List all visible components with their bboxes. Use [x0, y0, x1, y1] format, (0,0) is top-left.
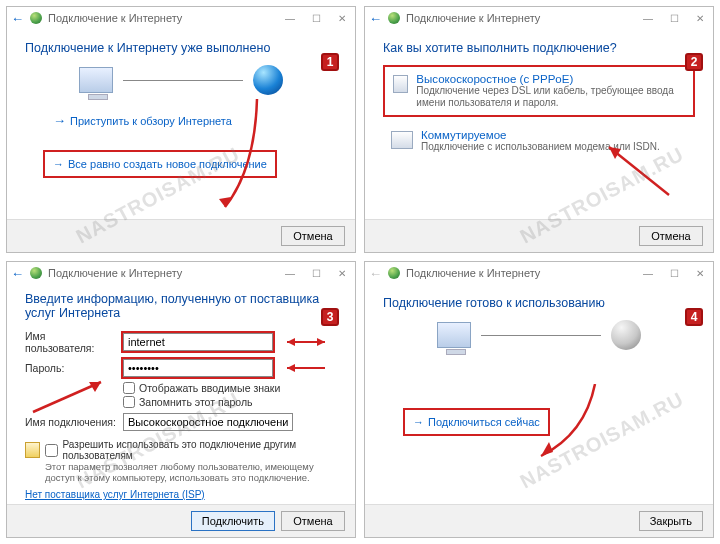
titlebar: ← Подключение к Интернету — ☐ ✕	[365, 7, 713, 29]
annotation-arrow	[279, 363, 329, 373]
step-badge: 3	[321, 308, 339, 326]
globe-icon	[388, 12, 400, 24]
page-heading: Как вы хотите выполнить подключение?	[383, 41, 695, 55]
cancel-button[interactable]: Отмена	[639, 226, 703, 246]
row-password: Пароль:	[25, 359, 337, 377]
titlebar: ← Подключение к Интернету — ☐ ✕	[7, 7, 355, 29]
svg-marker-0	[219, 197, 231, 207]
create-new-connection-link[interactable]: → Все равно создать новое подключение	[43, 150, 277, 178]
svg-marker-3	[287, 338, 295, 346]
maximize-icon[interactable]: ☐	[665, 13, 683, 24]
label-password: Пароль:	[25, 362, 117, 374]
annotation-arrow	[31, 376, 111, 416]
option-pppoe[interactable]: Высокоскоростное (с PPPoE) Подключение ч…	[383, 65, 695, 117]
dialog-footer: Подключить Отмена	[7, 504, 355, 537]
titlebar: ← Подключение к Интернету — ☐ ✕	[7, 262, 355, 284]
option-description: Подключение через DSL или кабель, требую…	[416, 85, 685, 109]
step-badge: 4	[685, 308, 703, 326]
cancel-button[interactable]: Отмена	[281, 226, 345, 246]
modem-icon	[393, 75, 408, 93]
option-dialup[interactable]: Коммутируемое Подключение с использовани…	[383, 123, 695, 159]
dialog-footer: Отмена	[7, 219, 355, 252]
minimize-icon[interactable]: —	[281, 268, 299, 279]
connect-button[interactable]: Подключить	[191, 511, 275, 531]
window-title: Подключение к Интернету	[48, 267, 182, 279]
step-badge: 1	[321, 53, 339, 71]
option-title: Коммутируемое	[421, 129, 660, 141]
computer-icon	[79, 67, 113, 93]
browse-internet-link[interactable]: → Приступить к обзору Интернета	[53, 113, 337, 128]
titlebar: ← Подключение к Интернету — ☐ ✕	[365, 262, 713, 284]
back-icon[interactable]: ←	[11, 11, 24, 26]
dialog-footer: Отмена	[365, 219, 713, 252]
arrow-right-icon: →	[53, 113, 66, 128]
page-heading: Введите информацию, полученную от постав…	[25, 292, 337, 320]
computer-icon	[437, 322, 471, 348]
maximize-icon[interactable]: ☐	[307, 268, 325, 279]
row-conn-name: Имя подключения:	[25, 413, 337, 431]
no-isp-link[interactable]: Нет поставщика услуг Интернета (ISP)	[25, 489, 337, 500]
checkbox-input[interactable]	[45, 444, 58, 457]
label-conn-name: Имя подключения:	[25, 416, 117, 428]
back-icon: ←	[369, 266, 382, 281]
network-graphic	[25, 65, 337, 95]
arrow-right-icon: →	[53, 158, 64, 170]
allow-others-desc: Этот параметр позволяет любому пользоват…	[45, 461, 337, 483]
globe-icon	[30, 267, 42, 279]
password-input[interactable]	[123, 359, 273, 377]
globe-icon	[388, 267, 400, 279]
close-button[interactable]: Закрыть	[639, 511, 703, 531]
page-heading: Подключение к Интернету уже выполнено	[25, 41, 337, 55]
cancel-button[interactable]: Отмена	[281, 511, 345, 531]
arrow-right-icon: →	[413, 416, 424, 428]
minimize-icon[interactable]: —	[639, 268, 657, 279]
dialog-step-1: ← Подключение к Интернету — ☐ ✕ 1 Подклю…	[6, 6, 356, 253]
connection-line	[123, 80, 243, 81]
option-description: Подключение с использованием модема или …	[421, 141, 660, 153]
row-checks: Отображать вводимые знаки Запомнить этот…	[123, 382, 337, 408]
allow-others[interactable]: Разрешить использовать это подключение д…	[25, 439, 337, 461]
label-username: Имя пользователя:	[25, 330, 117, 354]
option-title: Высокоскоростное (с PPPoE)	[416, 73, 685, 85]
connection-line	[481, 335, 601, 336]
close-icon[interactable]: ✕	[333, 268, 351, 279]
checkbox-remember[interactable]: Запомнить этот пароль	[123, 396, 253, 408]
globe-icon	[30, 12, 42, 24]
checkbox-input[interactable]	[123, 382, 135, 394]
svg-marker-8	[541, 442, 553, 456]
maximize-icon[interactable]: ☐	[665, 268, 683, 279]
close-icon[interactable]: ✕	[691, 13, 709, 24]
window-title: Подключение к Интернету	[406, 267, 540, 279]
window-title: Подключение к Интернету	[48, 12, 182, 24]
maximize-icon[interactable]: ☐	[307, 13, 325, 24]
window-title: Подключение к Интернету	[406, 12, 540, 24]
checkbox-show-chars[interactable]: Отображать вводимые знаки	[123, 382, 280, 394]
minimize-icon[interactable]: —	[639, 13, 657, 24]
network-graphic	[383, 320, 695, 350]
dialog-step-3: ← Подключение к Интернету — ☐ ✕ 3 Введит…	[6, 261, 356, 538]
username-input[interactable]	[123, 333, 273, 351]
back-icon[interactable]: ←	[11, 266, 24, 281]
internet-globe-icon	[253, 65, 283, 95]
internet-globe-icon	[611, 320, 641, 350]
svg-marker-6	[287, 364, 295, 372]
connect-now-link[interactable]: → Подключиться сейчас	[403, 408, 550, 436]
back-icon[interactable]: ←	[369, 11, 382, 26]
shield-icon	[25, 442, 40, 458]
close-icon[interactable]: ✕	[333, 13, 351, 24]
connection-name-input[interactable]	[123, 413, 293, 431]
svg-marker-4	[317, 338, 325, 346]
page-heading: Подключение готово к использованию	[383, 296, 695, 310]
row-username: Имя пользователя:	[25, 330, 337, 354]
checkbox-input[interactable]	[123, 396, 135, 408]
dialog-footer: Закрыть	[365, 504, 713, 537]
annotation-arrow	[279, 337, 329, 347]
minimize-icon[interactable]: —	[281, 13, 299, 24]
close-icon[interactable]: ✕	[691, 268, 709, 279]
svg-marker-7	[89, 382, 101, 392]
dialog-step-4: ← Подключение к Интернету — ☐ ✕ 4 Подклю…	[364, 261, 714, 538]
step-badge: 2	[685, 53, 703, 71]
dialog-step-2: ← Подключение к Интернету — ☐ ✕ 2 Как вы…	[364, 6, 714, 253]
modem-icon	[391, 131, 413, 149]
